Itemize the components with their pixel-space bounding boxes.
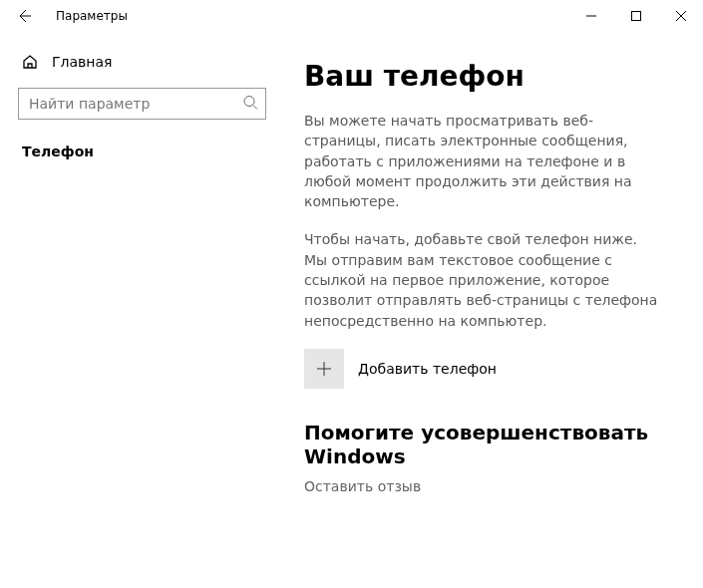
back-button[interactable] xyxy=(8,0,40,32)
titlebar-left: Параметры xyxy=(8,0,128,32)
caption-buttons xyxy=(568,1,703,31)
window-body: Главная Телефон Ваш телефон Вы можете на… xyxy=(0,32,703,588)
close-icon xyxy=(676,11,686,21)
maximize-button[interactable] xyxy=(613,1,658,31)
maximize-icon xyxy=(631,11,641,21)
close-button[interactable] xyxy=(658,1,703,31)
add-phone-label: Добавить телефон xyxy=(358,361,497,377)
feedback-section-title: Помогите усовершенствовать Windows xyxy=(304,421,667,468)
home-nav-item[interactable]: Главная xyxy=(10,46,274,78)
feedback-link[interactable]: Оставить отзыв xyxy=(304,478,667,494)
svg-rect-1 xyxy=(631,12,640,21)
add-phone-button[interactable]: Добавить телефон xyxy=(304,349,667,389)
home-label: Главная xyxy=(52,54,112,70)
settings-window: Параметры Главная xyxy=(0,0,703,588)
titlebar: Параметры xyxy=(0,0,703,32)
intro-paragraph-1: Вы можете начать просматривать веб-стран… xyxy=(304,111,663,211)
content-area: Ваш телефон Вы можете начать просматрива… xyxy=(284,32,703,588)
window-title: Параметры xyxy=(56,9,128,23)
intro-paragraph-2: Чтобы начать, добавьте свой телефон ниже… xyxy=(304,229,663,330)
search-input[interactable] xyxy=(18,88,266,120)
sidebar-item-phone[interactable]: Телефон xyxy=(10,134,274,169)
page-title: Ваш телефон xyxy=(304,60,667,93)
minimize-icon xyxy=(586,11,596,21)
search-container xyxy=(18,88,266,120)
sidebar: Главная Телефон xyxy=(0,32,284,588)
sidebar-item-label: Телефон xyxy=(22,144,94,159)
add-phone-icon-box xyxy=(304,349,344,389)
arrow-left-icon xyxy=(16,8,32,24)
plus-icon xyxy=(315,360,333,378)
home-icon xyxy=(22,54,38,70)
minimize-button[interactable] xyxy=(568,1,613,31)
